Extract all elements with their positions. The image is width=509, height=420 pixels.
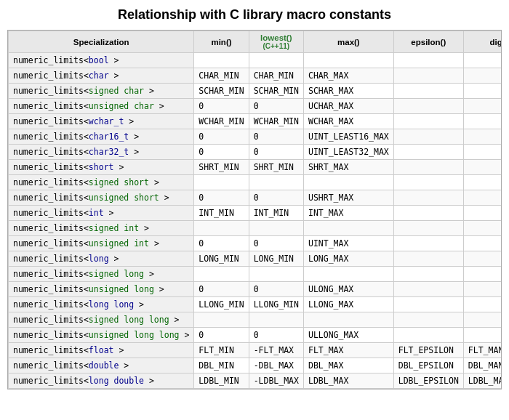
min-cell: SHRT_MIN <box>194 160 249 175</box>
epsilon-cell <box>393 190 463 206</box>
min-cell: 0 <box>194 190 249 206</box>
epsilon-cell <box>393 160 463 175</box>
spec-type: int <box>89 208 104 218</box>
lowest-cell: SCHAR_MIN <box>249 84 303 99</box>
min-cell: 0 <box>194 99 249 114</box>
table-row: numeric_limits<unsigned long >00ULONG_MA… <box>9 282 502 297</box>
table-row: numeric_limits<signed short > <box>9 175 502 190</box>
spec-cell: numeric_limits<char16_t > <box>9 129 194 145</box>
max-cell: USHRT_MAX <box>303 190 393 206</box>
spec-type: long double <box>89 376 144 386</box>
max-cell: UINT_LEAST32_MAX <box>303 145 393 160</box>
spec-prefix: numeric_limits< <box>13 177 89 187</box>
spec-prefix: numeric_limits< <box>13 70 89 81</box>
spec-cell: numeric_limits<signed long > <box>9 267 194 282</box>
min-cell: LLONG_MIN <box>194 297 249 312</box>
max-cell <box>303 53 393 68</box>
spec-suffix: > <box>129 147 139 157</box>
table-row: numeric_limits<long long >LLONG_MINLLONG… <box>9 297 502 312</box>
spec-suffix: > <box>144 269 154 279</box>
epsilon-cell <box>393 129 463 145</box>
spec-suffix: > <box>144 86 154 96</box>
spec-prefix: numeric_limits< <box>13 132 89 142</box>
spec-prefix: numeric_limits< <box>13 269 89 279</box>
digits-cell: FLT_MANT_DIG <box>463 343 502 358</box>
table-row: numeric_limits<int >INT_MININT_MININT_MA… <box>9 206 502 221</box>
spec-suffix: > <box>104 208 114 218</box>
lowest-cell: 0 <box>249 282 303 297</box>
spec-cell: numeric_limits<wchar_t > <box>9 114 194 129</box>
table-row: numeric_limits<float >FLT_MIN-FLT_MAXFLT… <box>9 343 502 358</box>
epsilon-cell <box>393 267 463 282</box>
spec-type: unsigned long long <box>89 330 180 340</box>
digits-cell <box>463 129 502 145</box>
spec-cell: numeric_limits<signed int > <box>9 221 194 236</box>
header-digits: digits <box>463 31 502 53</box>
lowest-cell: WCHAR_MIN <box>249 114 303 129</box>
spec-type: wchar_t <box>89 116 124 126</box>
epsilon-cell: LDBL_EPSILON <box>393 373 463 389</box>
digits-cell <box>463 297 502 312</box>
spec-type: float <box>89 345 114 355</box>
max-cell <box>303 221 393 236</box>
lowest-cell: CHAR_MIN <box>249 68 303 84</box>
spec-suffix: > <box>109 254 119 264</box>
lowest-cell: 0 <box>249 129 303 145</box>
max-cell: INT_MAX <box>303 206 393 221</box>
spec-type: char <box>89 70 109 81</box>
lowest-cell: 0 <box>249 190 303 206</box>
spec-suffix: > <box>149 177 159 187</box>
max-cell <box>303 267 393 282</box>
epsilon-cell <box>393 251 463 267</box>
spec-type: signed int <box>89 223 139 233</box>
spec-cell: numeric_limits<unsigned int > <box>9 236 194 251</box>
spec-cell: numeric_limits<long > <box>9 251 194 267</box>
max-cell: LONG_MAX <box>303 251 393 267</box>
lowest-cell <box>249 312 303 328</box>
lowest-cell: 0 <box>249 328 303 343</box>
max-cell: UINT_MAX <box>303 236 393 251</box>
spec-suffix: > <box>109 70 119 81</box>
lowest-cell: 0 <box>249 99 303 114</box>
max-cell <box>303 312 393 328</box>
spec-suffix: > <box>154 101 164 111</box>
max-cell: SCHAR_MAX <box>303 84 393 99</box>
epsilon-cell <box>393 206 463 221</box>
digits-cell <box>463 282 502 297</box>
header-lowest-label: lowest() <box>260 33 292 42</box>
spec-cell: numeric_limits<signed long long > <box>9 312 194 328</box>
spec-prefix: numeric_limits< <box>13 360 89 371</box>
epsilon-cell <box>393 145 463 160</box>
spec-prefix: numeric_limits< <box>13 208 89 218</box>
spec-type: char16_t <box>89 132 129 142</box>
digits-cell: DBL_MANT_DIG <box>463 358 502 373</box>
spec-suffix: > <box>159 193 169 203</box>
min-cell: INT_MIN <box>194 206 249 221</box>
table-row: numeric_limits<unsigned long long >00ULL… <box>9 328 502 343</box>
table-row: numeric_limits<unsigned short >00USHRT_M… <box>9 190 502 206</box>
lowest-cell: INT_MIN <box>249 206 303 221</box>
epsilon-cell <box>393 99 463 114</box>
min-cell: CHAR_MIN <box>194 68 249 84</box>
min-cell: 0 <box>194 129 249 145</box>
min-cell: SCHAR_MIN <box>194 84 249 99</box>
spec-suffix: > <box>149 238 159 249</box>
spec-cell: numeric_limits<long long > <box>9 297 194 312</box>
spec-prefix: numeric_limits< <box>13 101 89 111</box>
max-cell: CHAR_MAX <box>303 68 393 84</box>
digits-cell <box>463 145 502 160</box>
spec-type: long <box>89 254 109 264</box>
min-cell: 0 <box>194 236 249 251</box>
table-row: numeric_limits<long >LONG_MINLONG_MINLON… <box>9 251 502 267</box>
epsilon-cell: DBL_EPSILON <box>393 358 463 373</box>
max-cell: ULONG_MAX <box>303 282 393 297</box>
digits-cell <box>463 236 502 251</box>
digits-cell <box>463 175 502 190</box>
max-cell: ULLONG_MAX <box>303 328 393 343</box>
spec-prefix: numeric_limits< <box>13 116 89 126</box>
spec-cell: numeric_limits<unsigned short > <box>9 190 194 206</box>
spec-type: unsigned long <box>89 284 154 294</box>
lowest-cell <box>249 267 303 282</box>
min-cell: DBL_MIN <box>194 358 249 373</box>
min-cell <box>194 267 249 282</box>
